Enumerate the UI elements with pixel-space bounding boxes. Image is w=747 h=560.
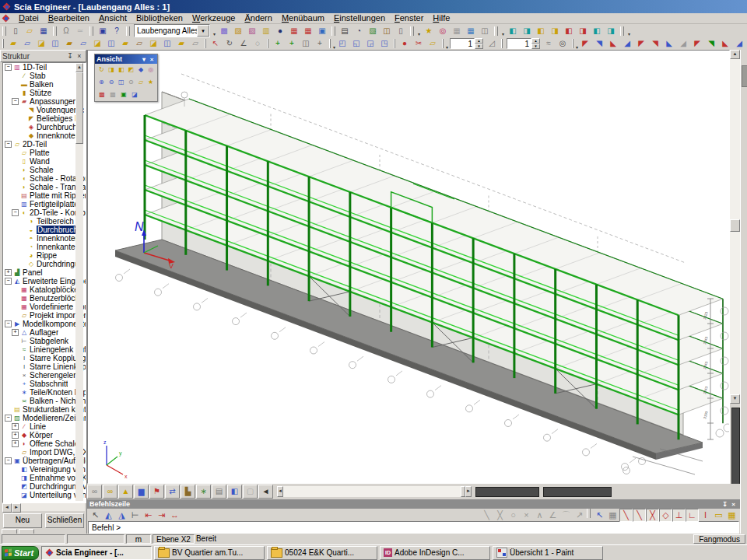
render-sphere-icon[interactable]: ● (273, 24, 287, 37)
project-window-2-icon[interactable]: ◨ (520, 24, 534, 37)
taskbar-button-paint[interactable]: Übersicht 1 - Paint (493, 546, 603, 560)
workplane-3-icon[interactable]: ◲ (363, 37, 377, 51)
tree-item-innenkante[interactable]: ◔Innenkante (3, 243, 86, 251)
tsquare-icon[interactable]: ⊢ (128, 509, 142, 522)
clip-box-off-icon[interactable]: ▩ (107, 89, 118, 100)
project-window-1-icon[interactable]: ◧ (506, 24, 520, 37)
project-window-6-icon[interactable]: ◨ (576, 24, 590, 37)
grid-on-icon[interactable]: ▦ (464, 24, 478, 37)
paste-section-icon[interactable]: ▰ (174, 37, 188, 51)
paste-plate-icon[interactable]: ◫ (48, 37, 62, 51)
collapse-icon[interactable]: − (5, 320, 12, 327)
tree-item-durchdringung-vo[interactable]: ◩Durchdringung vo (3, 482, 86, 491)
snap-perpendicular-icon[interactable]: ⊥ (672, 509, 686, 522)
picture-icon[interactable]: ▨ (366, 24, 380, 37)
layer-indicator[interactable]: Ebene X2 (153, 534, 195, 544)
tree-item-scherengelenk[interactable]: ×Scherengelenk (3, 371, 86, 380)
tree-item-benutzerblöcke[interactable]: ▦Benutzerblöcke (3, 294, 86, 303)
tree-item-durchdringun[interactable]: ◇Durchdringun (3, 260, 86, 268)
copy-picture-icon[interactable]: ▨ (231, 24, 245, 37)
menu-werkzeuge[interactable]: Werkzeuge (188, 13, 240, 23)
measure-angle-icon[interactable]: ∠ (237, 37, 251, 51)
tree-item-entnahme-von-kö[interactable]: ◨Entnahme von Kö (3, 474, 86, 482)
project-window-8-icon[interactable]: ◨ (604, 24, 618, 37)
paste-hinge-icon[interactable]: ◪ (146, 37, 160, 51)
expand-icon[interactable]: + (12, 423, 19, 430)
pin-icon[interactable]: ↧ (65, 52, 75, 60)
tree-item-starre-linienkopp[interactable]: ΙStarre Linienkopp (3, 362, 86, 371)
model-3d-canvas[interactable]: 24232743274327433100NVzxy (88, 51, 729, 483)
toolbar-overflow-icon[interactable]: ▾ (416, 25, 422, 37)
tree-item-strukturdaten-kontrol[interactable]: ▤Strukturdaten kontrol (3, 405, 86, 414)
member-tool-7-icon[interactable]: ◣ (662, 37, 676, 51)
export-icon[interactable]: ◫ (380, 24, 394, 37)
project-combo[interactable]: Laubengang Alles▾ (134, 24, 210, 37)
tree-item-auflager[interactable]: +△Auflager (3, 328, 86, 337)
collapse-icon[interactable]: − (12, 209, 19, 216)
clip-slider-horizontal-2[interactable] (543, 487, 612, 497)
new-document-icon[interactable]: ▯ (9, 24, 23, 37)
model-viewport[interactable]: 24232743274327433100NVzxy Ansicht ▾ × ↻◨… (87, 50, 730, 484)
tree-item-starre-kopplunge[interactable]: ΙStarre Kopplunge (3, 354, 86, 362)
expand-icon[interactable]: + (5, 269, 12, 276)
taskbar-button-folder[interactable]: 05024 E&K Quarti... (267, 546, 377, 560)
fangmodus-button[interactable]: Fangmodus (693, 534, 745, 544)
expand-icon[interactable]: + (12, 329, 19, 336)
view-front-icon[interactable]: ◨ (107, 65, 117, 75)
tree-item-durchbruch[interactable]: ◈Durchbruch (3, 123, 86, 131)
snap-line-icon[interactable]: ╲ (480, 509, 493, 522)
help-icon[interactable]: ? (110, 24, 124, 37)
wired-window-icon[interactable]: ▣ (118, 89, 129, 100)
scroll-down-icon[interactable]: ▼ (730, 394, 740, 404)
numbered-doc-icon[interactable]: ◫ (478, 24, 492, 37)
neu-button[interactable]: Neu (3, 513, 42, 528)
paste-rib-icon[interactable]: ◪ (90, 37, 104, 51)
paste-wall-icon[interactable]: ▰ (62, 37, 76, 51)
schliessen-button[interactable]: Schließen (45, 513, 84, 528)
paste-other-icon[interactable]: ▱ (188, 37, 202, 51)
license-key-icon[interactable]: ★ (422, 24, 436, 37)
pin-icon[interactable]: ↧ (721, 501, 729, 508)
tree-item-schale-translat[interactable]: ◗Schale - Translat (3, 183, 86, 191)
tree-item-beliebiges-pr[interactable]: ◤Beliebiges Pr (3, 114, 86, 123)
view-axo-icon[interactable]: ◆ (136, 65, 146, 75)
zoom-document-icon[interactable]: ◎ (436, 24, 450, 37)
tree-item-stab[interactable]: ∕Stab (3, 72, 86, 80)
collapse-icon[interactable]: − (5, 64, 12, 71)
workplane-1-icon[interactable]: ◰ (335, 37, 349, 51)
coord-rel-icon[interactable]: ◮ (115, 509, 128, 522)
scroll-right-icon[interactable]: ► (12, 503, 21, 513)
snap-intersection-icon[interactable]: ╳ (646, 509, 659, 522)
tree-item-stütze[interactable]: ▮Stütze (3, 89, 86, 97)
snap-grid-icon[interactable]: ▦ (606, 509, 619, 522)
paste-shell-icon[interactable]: ▱ (76, 37, 90, 51)
scroll-up-icon[interactable]: ▲ (75, 63, 83, 72)
perspective-icon[interactable]: ◪ (129, 89, 140, 100)
menu-einstellungen[interactable]: Einstellungen (329, 13, 390, 23)
tree-item-unterteilung-von-i[interactable]: ◪Unterteilung von I (3, 491, 86, 499)
command-cursor-icon[interactable]: ↖ (89, 509, 102, 522)
view-top-icon[interactable]: ◩ (126, 65, 136, 75)
tree-item-innenknoten[interactable]: ◆Innenknoten (3, 131, 86, 140)
start-button[interactable]: Start (2, 546, 39, 560)
command-input[interactable]: Befehl > (88, 521, 739, 534)
rotate-model-icon[interactable]: ↻ (223, 37, 237, 51)
tree-item-2d-teil[interactable]: −▱2D-Teil (3, 140, 86, 149)
tree-item-2d-teile-kompo[interactable]: −◐2D-Teile - Kompo (3, 208, 86, 217)
tree-item-projekt-importiere[interactable]: ▱Projekt importiere (3, 311, 86, 320)
coord-abs-icon[interactable]: ◭ (102, 509, 115, 522)
copy-element-icon[interactable]: ◫ (299, 37, 313, 51)
zoom-in-icon[interactable]: ⊕ (96, 77, 107, 88)
taskbar-button-folder[interactable]: BV Quartier am.Tu... (154, 546, 265, 560)
paste-beam-icon[interactable]: ◪ (34, 37, 48, 51)
redo-icon[interactable]: ≃ (73, 24, 87, 37)
spinner-down-icon[interactable]: ▾ (475, 44, 483, 49)
member-tool-10-icon[interactable]: ◥ (704, 37, 718, 51)
menu-bibliotheken[interactable]: Bibliotheken (132, 13, 188, 23)
collapse-icon[interactable]: − (5, 415, 12, 422)
result-chart-icon[interactable]: ▆ (134, 485, 149, 499)
member-tool-12-icon[interactable]: ◢ (732, 37, 746, 51)
workplane-4-icon[interactable]: ◳ (377, 37, 391, 51)
spinner-up-icon[interactable]: ▴ (475, 38, 483, 44)
menu-fenster[interactable]: Fenster (390, 13, 428, 23)
